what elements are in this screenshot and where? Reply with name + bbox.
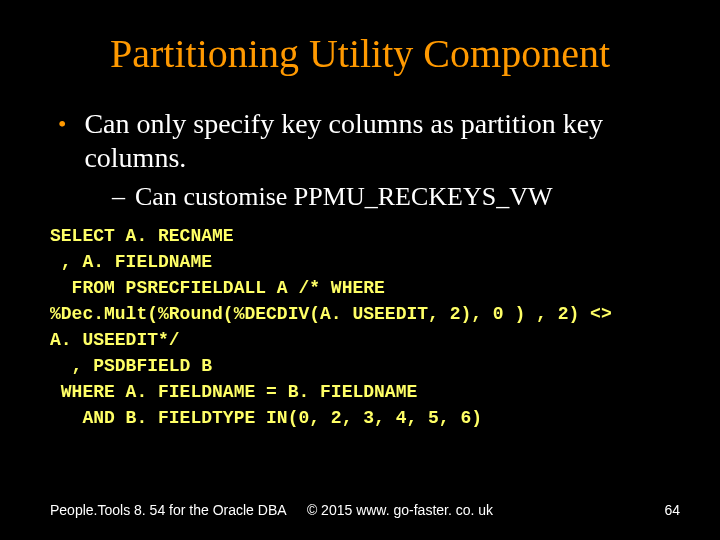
dash-marker-icon: – (112, 181, 125, 213)
bullet-item: • Can only specify key columns as partit… (50, 107, 670, 175)
subbullet-item: – Can customise PPMU_RECKEYS_VW (50, 181, 670, 213)
slide-title: Partitioning Utility Component (0, 0, 720, 87)
footer-center: © 2015 www. go-faster. co. uk (80, 502, 720, 518)
slide-content: • Can only specify key columns as partit… (0, 87, 720, 431)
code-block: SELECT A. RECNAME , A. FIELDNAME FROM PS… (50, 219, 670, 431)
slide: Partitioning Utility Component • Can onl… (0, 0, 720, 540)
footer-right: 64 (664, 502, 680, 518)
bullet-marker-icon: • (50, 107, 66, 141)
bullet-text: Can only specify key columns as partitio… (84, 107, 670, 175)
subbullet-text: Can customise PPMU_RECKEYS_VW (135, 181, 552, 213)
